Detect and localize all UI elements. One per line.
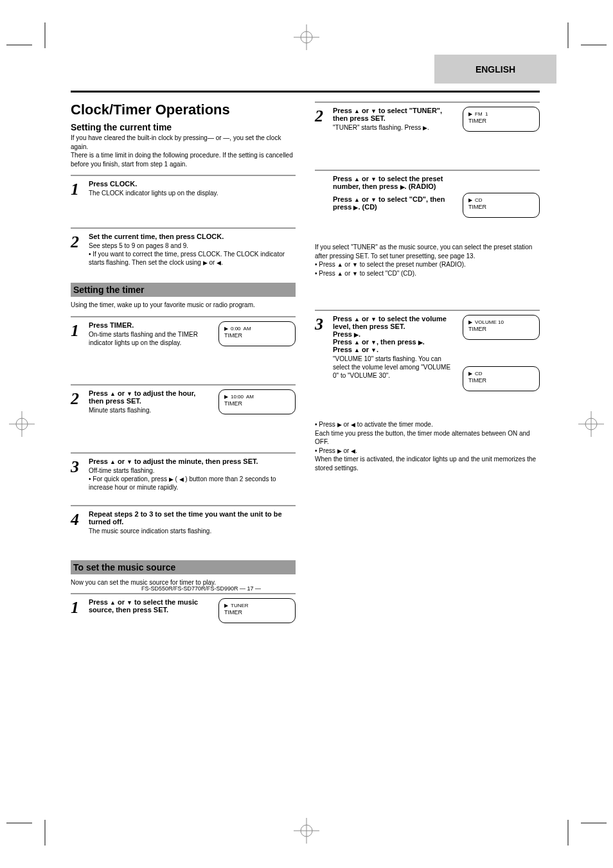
step-body: Minute starts flashing.	[89, 406, 212, 414]
right-triangle-icon: ▶	[169, 476, 173, 483]
step-a1: 1 Press CLOCK. The CLOCK indicator light…	[71, 180, 296, 221]
step-number: 1	[71, 598, 79, 617]
intro-heading: Setting the current time	[71, 122, 296, 132]
step-body: The music source indication starts flash…	[89, 527, 296, 535]
down-triangle-icon: ▼	[371, 197, 377, 203]
cursor-icon: ▶	[468, 197, 472, 204]
cursor-icon: ▶	[468, 371, 472, 377]
step-c2: 2 Press ▲ or ▼ to select "TUNER", then p…	[315, 107, 540, 163]
up-triangle-icon: ▲	[354, 108, 360, 114]
page: ENGLISH Clock/Timer Operations Setting t…	[71, 55, 540, 662]
cursor-icon: ▶	[468, 111, 472, 118]
paragraph: If you select "TUNER" as the music sourc…	[315, 243, 540, 278]
step-title: Repeat steps 2 to 3 to set the time you …	[89, 510, 296, 526]
language-tab: ENGLISH	[434, 55, 556, 84]
step-title: Press ▲ or ▼ to select the music source,…	[89, 598, 212, 614]
step-number: 2	[71, 389, 79, 409]
step-title: Set the current time, then press CLOCK.	[89, 233, 296, 240]
right-triangle-icon: ▶	[203, 260, 208, 266]
left-triangle-icon: ◀	[351, 448, 355, 454]
cursor-icon: ▶	[224, 394, 228, 400]
step-title: Press CLOCK.	[89, 180, 296, 188]
step-title: Press ▲ or ▼ to adjust the minute, then …	[89, 457, 296, 465]
step-title: Press TIMER.	[89, 321, 212, 329]
subhead-band: Setting the timer	[71, 283, 296, 297]
down-triangle-icon: ▼	[352, 270, 358, 277]
right-triangle-icon: ▶	[337, 421, 342, 428]
lcd-display: ▶0:00 AM TIMER	[218, 321, 296, 346]
step-title: Press ▲ or ▼ to select the preset number…	[333, 175, 456, 190]
step-number: 1	[71, 321, 79, 341]
lcd-display: ▶TUNER TIMER	[218, 598, 296, 623]
step-number: 1	[71, 180, 79, 199]
up-triangle-icon: ▲	[354, 316, 360, 323]
step-body: "VOLUME 10" starts flashing. You can sel…	[333, 355, 456, 380]
step-d1: 3 Press ▲ or ▼ to select the volume leve…	[315, 315, 540, 418]
left-triangle-icon: ◀	[179, 476, 184, 483]
lcd-display: ▶CD TIMER	[463, 193, 540, 218]
up-triangle-icon: ▲	[337, 270, 343, 277]
step-body: On-time starts flashing and the TIMER in…	[89, 330, 212, 347]
right-triangle-icon: ▶	[354, 332, 359, 338]
step-b4: 4 Repeat steps 2 to 3 to set the time yo…	[71, 510, 296, 551]
up-triangle-icon: ▲	[354, 347, 360, 353]
band1-body: Using the timer, wake up to your favorit…	[71, 301, 296, 310]
lcd-display: ▶VOLUME 10 TIMER	[463, 315, 540, 340]
up-triangle-icon: ▲	[110, 391, 116, 397]
step-number: 3	[71, 457, 79, 477]
lcd-display: ▶FM 1 TIMER	[463, 107, 540, 132]
down-triangle-icon: ▼	[371, 316, 377, 323]
step-c2b: Press ▲ or ▼ to select the preset number…	[315, 175, 540, 239]
left-triangle-icon: ◀	[351, 421, 355, 428]
up-triangle-icon: ▲	[354, 176, 360, 182]
right-triangle-icon: ▶	[400, 184, 405, 190]
step-a2: 2 Set the current time, then press CLOCK…	[71, 233, 296, 274]
cursor-icon: ▶	[468, 319, 472, 326]
step-b1: 1 Press TIMER. On-time starts flashing a…	[71, 321, 296, 378]
down-triangle-icon: ▼	[371, 108, 377, 114]
step-number: 3	[315, 315, 323, 334]
down-triangle-icon: ▼	[371, 347, 377, 353]
step-title: Press ▲ or ▼ to adjust the hour, then pr…	[89, 389, 212, 405]
subhead-band: To set the music source	[71, 560, 296, 574]
up-triangle-icon: ▲	[110, 459, 116, 465]
step-c1: 1 Press ▲ or ▼ to select the music sourc…	[71, 598, 296, 662]
down-triangle-icon: ▼	[127, 391, 132, 397]
step-title: Press ▲ or ▼ to select "TUNER", then pre…	[333, 107, 456, 122]
up-triangle-icon: ▲	[110, 599, 116, 606]
section-title: Clock/Timer Operations	[71, 102, 296, 118]
step-body: "TUNER" starts flashing. Press ▶.	[333, 123, 456, 132]
step-number: 2	[71, 233, 79, 252]
up-triangle-icon: ▲	[354, 197, 360, 203]
down-triangle-icon: ▼	[127, 599, 132, 606]
down-triangle-icon: ▼	[127, 459, 132, 465]
step-b2: 2 Press ▲ or ▼ to adjust the hour, then …	[71, 389, 296, 446]
left-column: Clock/Timer Operations Setting the curre…	[71, 102, 296, 662]
step-title: Press ▲ or ▼ to select "CD", then press …	[333, 195, 456, 211]
right-triangle-icon: ▶	[353, 204, 358, 211]
right-triangle-icon: ▶	[423, 125, 427, 131]
down-triangle-icon: ▼	[371, 339, 377, 346]
paragraph: • Press ▶ or ◀ to activate the timer mod…	[315, 420, 540, 472]
cursor-icon: ▶	[224, 603, 228, 609]
intro-body: If you have cleared the built-in clock b…	[71, 134, 296, 168]
up-triangle-icon: ▲	[354, 339, 360, 346]
page-footer: FS-SD550R/FS-SD770R/FS-SD990R — 17 —	[141, 585, 610, 592]
lcd-display: ▶CD TIMER	[463, 366, 540, 391]
step-b3: 3 Press ▲ or ▼ to adjust the minute, the…	[71, 457, 296, 499]
up-triangle-icon: ▲	[337, 261, 343, 268]
right-column: 2 Press ▲ or ▼ to select "TUNER", then p…	[315, 102, 540, 662]
lcd-display: ▶10:00 AM TIMER	[218, 389, 296, 414]
step-body: The CLOCK indicator lights up on the dis…	[89, 189, 296, 197]
down-triangle-icon: ▼	[371, 176, 377, 182]
step-number: 2	[315, 107, 323, 126]
cursor-icon: ▶	[224, 326, 228, 332]
step-body: Off-time starts flashing. • For quick op…	[89, 466, 296, 492]
top-rule	[71, 91, 540, 93]
step-body: See steps 5 to 9 on pages 8 and 9. • If …	[89, 242, 296, 267]
down-triangle-icon: ▼	[352, 261, 358, 268]
left-triangle-icon: ◀	[217, 260, 221, 266]
step-title: Press ▲ or ▼ to select the volume level,…	[333, 315, 456, 353]
step-number: 4	[71, 510, 79, 529]
right-triangle-icon: ▶	[337, 448, 342, 454]
